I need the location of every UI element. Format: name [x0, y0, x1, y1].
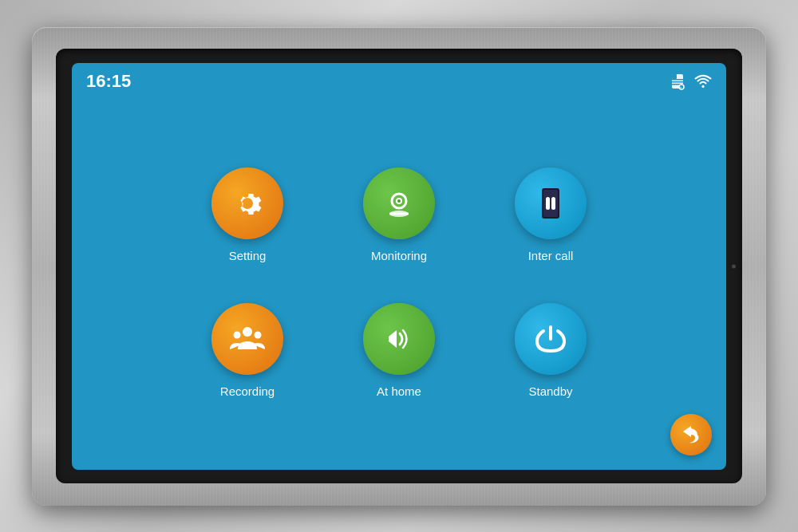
svg-rect-16 [551, 197, 555, 210]
setting-icon-circle [211, 167, 283, 239]
people-icon [227, 319, 267, 359]
outer-frame: 16:15 × [32, 27, 766, 506]
svg-rect-15 [546, 197, 550, 210]
back-arrow-icon [680, 424, 702, 446]
svg-point-19 [255, 331, 262, 338]
recording-button[interactable]: Recording [184, 286, 311, 414]
svg-marker-21 [389, 330, 397, 348]
standby-icon-circle [515, 303, 587, 375]
main-content: Setting Monit [72, 96, 726, 470]
inter-call-button[interactable]: Inter call [487, 151, 614, 278]
svg-rect-14 [543, 190, 558, 217]
setting-button[interactable]: Setting [184, 151, 311, 278]
svg-rect-3 [672, 81, 683, 83]
svg-point-7 [702, 85, 705, 88]
at-home-label: At home [377, 384, 421, 398]
inter-call-label: Inter call [528, 249, 574, 262]
at-home-icon-circle [363, 303, 435, 375]
power-icon [531, 319, 571, 359]
at-home-button[interactable]: At home [335, 286, 463, 414]
recording-icon-circle [211, 303, 283, 375]
sd-card-icon: × [669, 73, 686, 90]
monitoring-label: Monitoring [371, 249, 427, 262]
svg-point-12 [397, 199, 401, 203]
app-grid: Setting Monit [184, 151, 614, 414]
svg-point-17 [243, 327, 252, 337]
gear-icon [227, 183, 267, 223]
black-bezel: 16:15 × [56, 49, 742, 483]
monitoring-button[interactable]: Monitoring [335, 151, 463, 278]
inter-call-icon-circle [515, 167, 587, 239]
svg-rect-2 [672, 79, 683, 81]
svg-point-18 [234, 331, 241, 338]
setting-label: Setting [229, 249, 267, 262]
monitoring-icon-circle [363, 167, 435, 239]
screen: 16:15 × [72, 63, 726, 470]
intercall-icon [531, 183, 571, 223]
speaker-icon [379, 319, 419, 359]
standby-label: Standby [528, 384, 572, 398]
back-button[interactable] [670, 414, 712, 455]
recording-label: Recording [220, 384, 275, 398]
standby-button[interactable]: Standby [487, 286, 614, 414]
wifi-icon [694, 73, 712, 90]
clock-display: 16:15 [86, 71, 131, 92]
status-bar: 16:15 × [72, 63, 726, 96]
svg-rect-1 [672, 74, 677, 79]
camera-icon [379, 183, 419, 223]
status-icons-area: × [669, 73, 712, 90]
